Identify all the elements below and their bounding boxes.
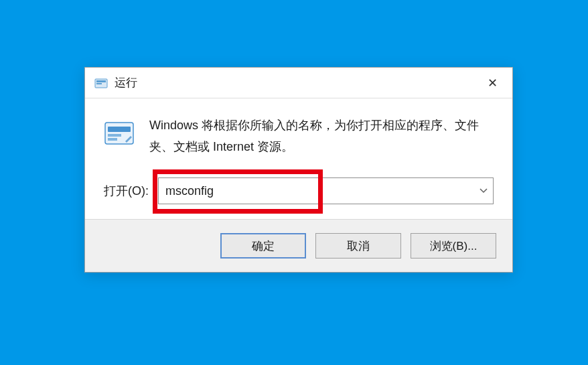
open-input[interactable] — [158, 177, 494, 204]
dialog-body: Windows 将根据你所输入的名称，为你打开相应的程序、文件夹、文档或 Int… — [85, 98, 512, 219]
titlebar: 运行 ✕ — [85, 68, 512, 98]
titlebar-left: 运行 — [94, 75, 137, 90]
run-body-icon — [104, 117, 135, 148]
open-combobox[interactable] — [158, 177, 494, 204]
dialog-title: 运行 — [115, 75, 137, 90]
button-bar: 确定 取消 浏览(B)... — [85, 219, 512, 272]
close-button[interactable]: ✕ — [482, 74, 503, 92]
svg-rect-3 — [105, 123, 133, 144]
svg-rect-6 — [108, 138, 117, 141]
svg-rect-2 — [96, 83, 102, 84]
run-dialog: 运行 ✕ Windows 将根据你所输入的名称，为你打开相应的程序、文件夹、文档… — [84, 67, 513, 273]
open-label: 打开(O): — [104, 183, 149, 199]
open-input-row: 打开(O): — [104, 177, 494, 204]
svg-rect-4 — [108, 127, 131, 132]
browse-button[interactable]: 浏览(B)... — [411, 233, 496, 259]
cancel-button[interactable]: 取消 — [315, 233, 401, 259]
run-title-icon — [94, 76, 108, 90]
svg-rect-1 — [96, 80, 106, 82]
svg-rect-5 — [108, 134, 121, 137]
description-text: Windows 将根据你所输入的名称，为你打开相应的程序、文件夹、文档或 Int… — [149, 115, 494, 157]
ok-button[interactable]: 确定 — [220, 233, 306, 259]
description-row: Windows 将根据你所输入的名称，为你打开相应的程序、文件夹、文档或 Int… — [104, 115, 494, 157]
